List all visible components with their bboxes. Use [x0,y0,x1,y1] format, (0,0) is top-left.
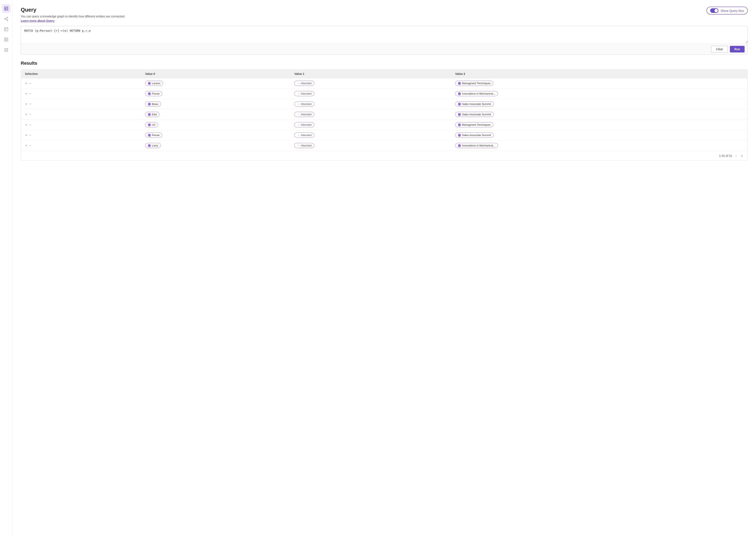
pagination-next[interactable]: › [740,153,744,158]
toggle-label: Show Query Box [721,9,744,13]
sidebar-item-table[interactable] [2,4,11,13]
row-collapse-button[interactable]: − [29,133,31,137]
person-name: Lauren [152,82,160,85]
selection-cell: + − [21,89,141,99]
svg-point-18 [7,48,8,49]
table-row: + − Uri → Attended Managment Techniques [21,120,747,130]
edge-pill[interactable]: → Attended [294,91,314,96]
row-expand-button[interactable]: + [25,144,27,147]
event-node-pill[interactable]: Innovations in Mechanical... [455,143,498,148]
page-description: You can query a knowledge graph to ident… [21,15,125,18]
show-query-box-toggle[interactable]: Show Query Box [706,7,748,15]
query-box: Clear Run [21,26,748,55]
sidebar-item-dots[interactable] [2,46,11,54]
event-node-pill[interactable]: Managment Techniques [455,122,494,127]
query-actions: Clear Run [21,44,747,55]
edge-label: Attended [301,113,311,116]
event-node-pill[interactable]: Managment Techniques [455,81,494,86]
results-tbody: + − Lauren → Attended Managment Techniqu… [21,78,747,151]
person-node-pill[interactable]: Persie [145,133,162,138]
svg-point-4 [7,17,8,18]
value2-cell: Managment Techniques [452,78,747,89]
svg-point-16 [5,48,5,49]
selection-cell: + − [21,78,141,89]
person-node-pill[interactable]: Etta [145,112,159,117]
selection-cell: + − [21,99,141,109]
event-name: Sales Associate Summit [462,113,491,116]
value0-cell: Persie [141,89,291,99]
value1-cell: → Attended [291,89,452,99]
person-node-pill[interactable]: Larry [145,143,161,148]
row-expand-button[interactable]: + [25,133,27,137]
run-button[interactable]: Run [730,46,744,53]
row-collapse-button[interactable]: − [29,113,31,116]
person-node-pill[interactable]: Lauren [145,81,163,86]
value0-cell: Uri [141,120,291,130]
arrow-icon: → [297,103,300,105]
value1-cell: → Attended [291,120,452,130]
edge-pill[interactable]: → Attended [294,102,314,106]
value2-cell: Sales Associate Summit [452,99,747,109]
edge-label: Attended [301,82,311,85]
node-dot-v2-icon [458,134,461,137]
svg-point-5 [4,18,6,20]
table-row: + − Lauren → Attended Managment Techniqu… [21,78,747,89]
row-expand-button[interactable]: + [25,102,27,106]
event-node-pill[interactable]: Sales Associate Summit [455,133,494,138]
col-value2: Value 2 [452,70,747,78]
event-name: Innovations in Mechanical... [462,92,495,95]
sidebar-item-grid[interactable] [2,35,11,44]
event-node-pill[interactable]: Innovations in Mechanical... [455,91,498,96]
value1-cell: → Attended [291,109,452,120]
clear-button[interactable]: Clear [711,46,728,53]
event-name: Innovations in Mechanical... [462,144,495,147]
edge-pill[interactable]: → Attended [294,81,314,86]
value2-cell: Innovations in Mechanical... [452,89,747,99]
svg-point-17 [6,48,6,49]
person-node-pill[interactable]: Beau [145,102,161,106]
event-name: Managment Techniques [462,123,491,126]
person-node-pill[interactable]: Persie [145,91,162,96]
pagination-prev[interactable]: ‹ [734,153,738,158]
row-collapse-button[interactable]: − [29,123,31,127]
svg-line-8 [5,18,7,19]
selection-cell: + − [21,141,141,151]
edge-pill[interactable]: → Attended [294,143,314,148]
node-dot-icon [148,92,151,95]
edge-pill[interactable]: → Attended [294,112,314,117]
row-expand-button[interactable]: + [25,123,27,127]
value0-cell: Etta [141,109,291,120]
person-name: Etta [152,113,157,116]
sidebar [0,0,13,537]
event-name: Managment Techniques [462,82,491,85]
learn-more-link[interactable]: Learn more about Query [21,19,55,22]
sidebar-item-edit[interactable] [2,25,11,34]
row-expand-button[interactable]: + [25,113,27,116]
svg-point-19 [5,50,5,50]
selection-cell: + − [21,120,141,130]
arrow-icon: → [297,123,300,126]
value0-cell: Larry [141,141,291,151]
row-collapse-button[interactable]: − [29,102,31,106]
results-table: Selection Value 0 Value 1 Value 2 + − La… [21,69,747,151]
row-collapse-button[interactable]: − [29,144,31,147]
person-node-pill[interactable]: Uri [145,122,158,127]
row-expand-button[interactable]: + [25,82,27,85]
svg-line-7 [5,19,7,20]
event-node-pill[interactable]: Sales Associate Summit [455,102,494,106]
arrow-icon: → [297,134,300,137]
row-collapse-button[interactable]: − [29,92,31,96]
query-textarea[interactable] [21,26,747,43]
sidebar-item-share[interactable] [2,15,11,23]
value2-cell: Sales Associate Summit [452,130,747,141]
node-dot-icon [148,134,151,137]
page-header: Query You can query a knowledge graph to… [21,7,125,22]
row-expand-button[interactable]: + [25,92,27,96]
edge-pill[interactable]: → Attended [294,122,314,127]
node-dot-icon [148,144,151,147]
edge-pill[interactable]: → Attended [294,133,314,138]
node-dot-icon [148,103,151,105]
event-node-pill[interactable]: Sales Associate Summit [455,112,494,117]
svg-point-21 [7,50,8,50]
row-collapse-button[interactable]: − [29,82,31,85]
